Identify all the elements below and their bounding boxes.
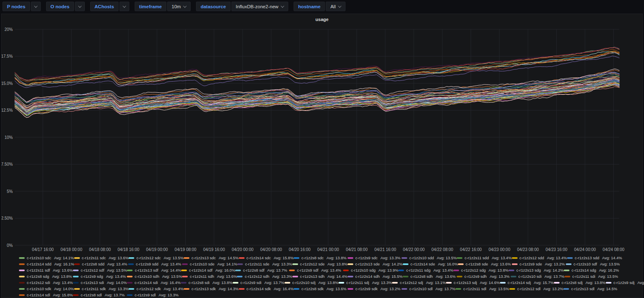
legend-item[interactable]: c-r1z2s10 sdiAvg: 13.7% — [511, 274, 565, 279]
legend-item[interactable]: c-r1z2s11 sdgAvg: 13.4% — [398, 268, 453, 272]
legend-item[interactable]: c-r1z2s11 sdjAvg: 13.3% — [338, 280, 392, 285]
legend-item[interactable]: c-r1z2s10 sdeAvg: 14.1% — [182, 262, 237, 266]
legend-item[interactable]: c-r1z2s11 sdlAvg: 13.5% — [455, 286, 509, 291]
legend-item[interactable]: c-r1z2s12 sddAvg: 13.4% — [512, 256, 567, 260]
legend-item[interactable]: c-r1z2s13 sdjAvg: 14.6% — [446, 280, 500, 285]
usage-graph-svg[interactable]: 20%17.5%15.0%12.5%10%7.50%5%2.50%0%04/17… — [2, 25, 642, 254]
legend-item[interactable]: c-r1z2s13 sdgAvg: 14.2% — [509, 268, 564, 272]
y-axis-tick-label: 7.50% — [2, 162, 13, 167]
legend-item[interactable]: c-r1z2s13 sdfAvg: 14.4% — [127, 268, 181, 272]
legend-item[interactable]: c-r1z2s12 sdfAvg: 13.5% — [73, 268, 127, 272]
legend-item[interactable]: c-r1z2s8 sddAvg: 13.4% — [74, 262, 128, 266]
legend-item[interactable]: c-r1z2s12 sdlAvg: 13.2% — [509, 286, 563, 291]
legend-item[interactable]: c-r1z2s12 sdkAvg: 13.4% — [128, 286, 184, 291]
series-color-marker — [458, 263, 464, 265]
series-avg-value: Avg: 13.7% — [544, 274, 564, 279]
legend-item[interactable]: c-r1z2s12 sdgAvg: 13.8% — [453, 268, 509, 272]
legend-item[interactable]: c-r1z2s11 sdkAvg: 13.3% — [74, 286, 129, 291]
series-avg-value: Avg: 13.2% — [380, 286, 400, 291]
legend-item[interactable]: c-r1z2s10 sdfAvg: 13.5% — [566, 262, 620, 266]
legend-item[interactable]: c-r1z2s12 sdeAvg: 13.8% — [292, 262, 348, 266]
legend-item[interactable]: c-r1z2s11 sdfAvg: 13.6% — [19, 268, 73, 272]
variable-dropdown-achosts[interactable] — [119, 2, 129, 11]
variable-value-hostname[interactable]: All — [326, 2, 345, 11]
variable-label-timeframe[interactable]: timeframe — [135, 2, 166, 11]
legend-item[interactable]: c-r1z2s14 sddAvg: 16.1% — [19, 262, 74, 266]
legend-item[interactable]: c-r1z2s14 sdeAvg: 16.0% — [403, 262, 458, 266]
series-avg-value: Avg: 13.4% — [53, 280, 73, 285]
legend-item[interactable]: c-r1z2s8 sdgAvg: 13.8% — [19, 274, 73, 279]
legend-item[interactable]: c-r1z2s9 sdcAvg: 13.3% — [348, 256, 401, 260]
legend-item[interactable]: c-r1z2s11 sdcAvg: 13.6% — [74, 256, 129, 260]
legend-item[interactable]: c-r1z2s13 sdhAvg: 14.4% — [292, 274, 348, 279]
legend-item[interactable]: c-r1z2s13 sdiAvg: 14.0% — [73, 280, 127, 285]
variable-dropdown-o-nodes[interactable] — [75, 2, 85, 11]
legend-item[interactable]: c-r1z2s8 sdiAvg: 13.8% — [181, 280, 233, 285]
variable-label-p-nodes[interactable]: P nodes — [2, 2, 30, 11]
series-color-marker — [348, 263, 353, 265]
legend-item[interactable]: c-r1z2s14 sdcAvg: 15.8% — [239, 256, 294, 260]
legend-item[interactable]: c-r1z2s8 sdeAvg: 13.6% — [458, 262, 512, 266]
legend-item[interactable]: c-r1z2s9 sdgAvg: 13.4% — [73, 274, 127, 279]
legend-item[interactable]: c-r1z2s11 sdiAvg: 13.5% — [565, 274, 618, 279]
legend-item[interactable]: c-r1z2s9 sddAvg: 13.4% — [128, 262, 182, 266]
series-color-marker — [74, 288, 80, 290]
legend-item[interactable]: c-r1z2s10 sdgAvg: 13.9% — [343, 268, 398, 272]
legend-item[interactable]: c-r1z2s14 sdiAvg: 16.4% — [127, 280, 181, 285]
series-name: c-r1z2s13 sdg — [516, 268, 541, 272]
legend-item[interactable]: c-r1z2s10 sddAvg: 13.5% — [401, 256, 457, 260]
legend-item[interactable]: c-r1z2s10 sdcAvg: 14.1% — [19, 256, 74, 260]
legend-item[interactable]: c-r1z2s13 sdkAvg: 14.3% — [184, 286, 239, 291]
series-avg-value: Avg: 13.5% — [489, 286, 509, 291]
legend-item[interactable]: c-r1z2s14 sdfAvg: 16.0% — [181, 268, 235, 272]
variable-label-o-nodes[interactable]: O nodes — [46, 2, 74, 11]
series-avg-value: Avg: 13.8% — [586, 280, 605, 285]
legend-item[interactable]: c-r1z2s14 sdkAvg: 16.4% — [239, 286, 294, 291]
legend-item[interactable]: c-r1z2s11 sdeAvg: 13.3% — [237, 262, 292, 266]
legend-item[interactable]: c-r1z2s11 sdhAvg: 13.6% — [182, 274, 237, 279]
variable-value-datasource[interactable]: InfluxDB-zone2-new — [231, 2, 289, 11]
legend-item[interactable]: c-r1z2s8 sdhAvg: 13.6% — [403, 274, 457, 279]
legend-item[interactable]: c-r1z2s10 sdkAvg: 14.0% — [19, 286, 74, 291]
legend-item[interactable]: c-r1z2s9 sdeAvg: 13.2% — [512, 262, 566, 266]
series-avg-value: Avg: 14.4% — [161, 268, 181, 272]
legend-item[interactable]: c-r1z2s12 sdjAvg: 13.1% — [392, 280, 446, 285]
legend-item[interactable]: c-r1z2s14 sdhAvg: 15.5% — [348, 274, 403, 279]
legend-item[interactable]: c-r1z2s9 sdiAvg: 13.7% — [233, 280, 285, 285]
variable-label-datasource[interactable]: datasource — [196, 2, 230, 11]
legend-item[interactable]: c-r1z2s8 sdcAvg: 13.8% — [294, 256, 348, 260]
legend-item[interactable]: c-r1z2s9 sdjAvg: 13.5% — [606, 280, 644, 285]
variable-dropdown-p-nodes[interactable] — [31, 2, 41, 11]
legend-item[interactable]: c-r1z2s9 sdkAvg: 13.2% — [348, 286, 401, 291]
legend-item[interactable]: c-r1z2s8 sdkAvg: 13.6% — [294, 286, 348, 291]
legend-item[interactable]: c-r1z2s11 sddAvg: 13.4% — [457, 256, 511, 260]
legend-item[interactable]: c-r1z2s8 sdlAvg: 13.7% — [73, 293, 127, 297]
series-name: c-r1z2s14 sdi — [135, 280, 158, 285]
legend-item[interactable]: c-r1z2s14 sdlAvg: 15.8% — [19, 293, 73, 297]
legend-item[interactable]: c-r1z2s9 sdfAvg: 13.4% — [289, 268, 343, 272]
legend-item[interactable]: c-r1z2s14 sdgAvg: 16.2% — [564, 268, 619, 272]
legend-item[interactable]: c-r1z2s10 sdjAvg: 13.8% — [285, 280, 338, 285]
legend-item[interactable]: c-r1z2s14 sdjAvg: 15.7% — [500, 280, 554, 285]
series-color-marker — [19, 270, 25, 271]
legend-item[interactable]: c-r1z2s8 sdfAvg: 13.7% — [235, 268, 289, 272]
variable-label-achosts[interactable]: AChosts — [90, 2, 119, 11]
series-avg-value: Avg: 13.5% — [600, 262, 620, 266]
plot-area[interactable] — [15, 29, 619, 245]
series-name: c-r1z2s8 sdg — [27, 274, 49, 279]
legend-item[interactable]: c-r1z2s10 sdlAvg: 13.7% — [401, 286, 455, 291]
legend-item[interactable]: c-r1z2s13 sddAvg: 14.4% — [567, 256, 622, 260]
series-name: c-r1z2s14 sdf — [189, 268, 212, 272]
legend-item[interactable]: c-r1z2s9 sdlAvg: 13.3% — [127, 293, 181, 297]
legend-item[interactable]: c-r1z2s13 sdcAvg: 14.5% — [184, 256, 239, 260]
legend-item[interactable]: c-r1z2s13 sdeAvg: 14.2% — [348, 262, 403, 266]
legend-item[interactable]: c-r1z2s12 sdcAvg: 13.5% — [128, 256, 184, 260]
legend-item[interactable]: c-r1z2s12 sdiAvg: 13.4% — [19, 280, 73, 285]
variable-label-hostname[interactable]: hostname — [294, 2, 325, 11]
legend-item[interactable]: c-r1z2s10 sdhAvg: 13.5% — [127, 274, 182, 279]
legend-item[interactable]: c-r1z2s8 sdjAvg: 13.8% — [554, 280, 606, 285]
legend-item[interactable]: c-r1z2s9 sdhAvg: 13.3% — [457, 274, 511, 279]
legend-item[interactable]: c-r1z2s12 sdhAvg: 13.3% — [237, 274, 292, 279]
legend-item[interactable]: c-r1z2s13 sdlAvg: 14.5% — [563, 286, 617, 291]
variable-value-timeframe[interactable]: 10m — [167, 2, 191, 11]
